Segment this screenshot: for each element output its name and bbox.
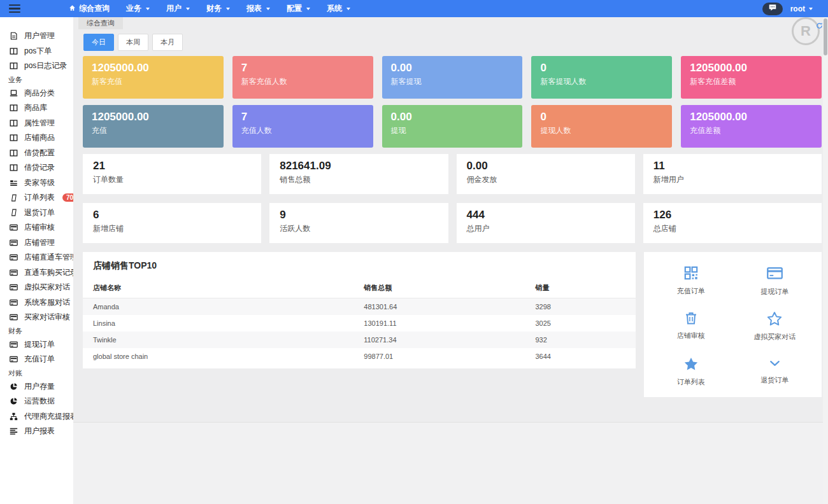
- sidebar-item-9[interactable]: 借贷记录: [0, 160, 73, 176]
- stat-card-row1-4[interactable]: 1205000.00 新客充值差额: [681, 56, 822, 99]
- tab-overview[interactable]: 综合查询: [78, 17, 123, 29]
- table-icon: [9, 134, 18, 142]
- stat-label: 新客充值: [92, 76, 215, 87]
- chat-icon[interactable]: [762, 3, 783, 15]
- sidebar-item-14[interactable]: 店铺管理: [0, 235, 73, 251]
- summary-card-row1-3[interactable]: 11 新增用户: [643, 154, 822, 194]
- table-row[interactable]: Twinkle110271.34932: [83, 332, 636, 348]
- stat-card-row2-3[interactable]: 0 提现人数: [531, 105, 672, 148]
- sidebar-item-2[interactable]: pos日志记录: [0, 59, 73, 74]
- sidebar-item-7[interactable]: 店铺商品: [0, 130, 73, 146]
- sidebar-item-6[interactable]: 属性管理: [0, 116, 73, 131]
- summary-card-row2-3[interactable]: 126 总店铺: [643, 203, 822, 243]
- sidebar-item-12[interactable]: 退货订单: [0, 206, 73, 221]
- shortcut-0[interactable]: 充值订单: [649, 265, 733, 297]
- sidebar-item-5[interactable]: 商品库: [0, 101, 73, 116]
- card-icon: [9, 253, 18, 262]
- sidebar-item-17[interactable]: 虚拟买家对话: [0, 280, 73, 295]
- nav-menu-5[interactable]: 系统: [327, 3, 350, 14]
- card-icon: [9, 283, 18, 291]
- sidebar-item-10[interactable]: 卖家等级: [0, 176, 73, 191]
- stat-card-row1-2[interactable]: 0.00 新客提现: [382, 56, 523, 99]
- sidebar-item-21[interactable]: 提现订单: [0, 337, 73, 353]
- sidebar-item-25[interactable]: 运营数据: [0, 394, 73, 409]
- sidebar-item-13[interactable]: 店铺审核: [0, 220, 73, 235]
- shortcut-3[interactable]: 虚拟买家对话: [733, 311, 817, 342]
- stat-card-row2-1[interactable]: 7 充值人数: [232, 105, 373, 148]
- table-icon: [9, 149, 18, 157]
- stat-label: 充值: [92, 125, 215, 136]
- table-row[interactable]: Linsina130191.113025: [83, 315, 636, 332]
- sidebar-item-16[interactable]: 直通车购买记录: [0, 265, 73, 281]
- sidebar-item-8[interactable]: 借贷配置: [0, 146, 73, 161]
- summary-label: 总用户: [467, 223, 625, 234]
- table-row[interactable]: Amanda481301.643298: [83, 298, 636, 315]
- summary-card-row2-0[interactable]: 6 新增店铺: [83, 203, 261, 243]
- summary-card-row1-2[interactable]: 0.00 佣金发放: [457, 154, 635, 194]
- time-filter-2[interactable]: 本月: [152, 34, 183, 51]
- summary-card-row1-0[interactable]: 21 订单数量: [83, 154, 261, 194]
- stat-card-row1-1[interactable]: 7 新客充值人数: [232, 56, 373, 99]
- sidebar-item-label: 用户报表: [24, 426, 55, 437]
- nav-home[interactable]: 综合查询: [69, 3, 110, 14]
- stat-value: 0.00: [391, 111, 514, 123]
- nav-menu-4[interactable]: 配置: [287, 3, 310, 14]
- card-big-icon: [766, 275, 783, 284]
- user-menu[interactable]: root: [790, 4, 813, 13]
- scrollbar-thumb[interactable]: [824, 18, 827, 55]
- stat-label: 充值人数: [241, 125, 364, 136]
- refresh-icon[interactable]: [816, 17, 823, 33]
- sidebar-item-4[interactable]: 商品分类: [0, 86, 73, 101]
- shortcut-4[interactable]: 订单列表: [649, 356, 733, 387]
- summary-value: 21: [93, 160, 251, 172]
- table-row[interactable]: global store chain99877.013644: [83, 348, 636, 365]
- nav-menu-2[interactable]: 财务: [206, 3, 230, 14]
- top-navbar: 综合查询业务用户财务报表配置系统 root: [0, 0, 828, 17]
- stat-value: 1205000.00: [92, 111, 215, 123]
- time-filter-1[interactable]: 本周: [118, 34, 148, 51]
- sidebar-item-22[interactable]: 充值订单: [0, 352, 73, 367]
- summary-card-row1-1[interactable]: 821641.09 销售总额: [269, 154, 448, 194]
- qr-icon: [683, 274, 699, 283]
- time-filter-0[interactable]: 今日: [83, 34, 114, 51]
- stat-label: 新客提现人数: [540, 76, 663, 87]
- sidebar-item-label: 退货订单: [24, 207, 55, 218]
- sidebar-item-1[interactable]: pos下单: [0, 44, 73, 59]
- hamburger-menu-icon[interactable]: [0, 0, 29, 17]
- sidebar-item-15[interactable]: 店铺直通车管理: [0, 250, 73, 265]
- chat-icon: [768, 3, 777, 14]
- stat-value: 7: [241, 62, 364, 74]
- summary-card-row2-2[interactable]: 444 总用户: [457, 203, 635, 243]
- shortcut-5[interactable]: 退货订单: [733, 356, 817, 387]
- nav-menu-3[interactable]: 报表: [246, 3, 270, 14]
- count-badge: 70: [62, 193, 73, 202]
- sidebar-item-24[interactable]: 用户存量: [0, 379, 73, 395]
- stat-card-row-2: 1205000.00 充值 7 充值人数 0.00 提现 0 提现人数 1205…: [83, 105, 822, 148]
- chevron-down-icon: [146, 8, 150, 10]
- sidebar-item-0[interactable]: 用户管理: [0, 29, 73, 44]
- stat-card-row1-0[interactable]: 1205000.00 新客充值: [83, 56, 224, 99]
- sidebar-item-label: 店铺审核: [24, 222, 55, 233]
- stat-card-row2-4[interactable]: 1205000.00 充值差额: [681, 105, 822, 148]
- sidebar-item-18[interactable]: 系统客服对话: [0, 295, 73, 311]
- nav-menu-1[interactable]: 用户: [166, 3, 190, 14]
- vertical-scrollbar[interactable]: [823, 17, 828, 504]
- summary-label: 活跃人数: [280, 223, 438, 234]
- sidebar-item-27[interactable]: 用户报表: [0, 424, 73, 439]
- sidebar-item-19[interactable]: 买家对话审核: [0, 310, 73, 325]
- card-icon: [9, 269, 18, 277]
- stat-card-row2-0[interactable]: 1205000.00 充值: [83, 105, 224, 148]
- stat-card-row2-2[interactable]: 0.00 提现: [382, 105, 523, 148]
- shortcut-2[interactable]: 店铺审核: [649, 311, 733, 342]
- nav-menu-0[interactable]: 业务: [126, 3, 150, 14]
- table-cell: 3025: [525, 315, 636, 332]
- bottom-panels: 店铺销售TOP10 店铺名称销售总额销量 Amanda481301.643298…: [83, 252, 822, 397]
- stat-value: 7: [241, 111, 364, 123]
- summary-label: 新增店铺: [93, 223, 251, 234]
- summary-card-row2-1[interactable]: 9 活跃人数: [269, 203, 448, 243]
- sidebar-item-11[interactable]: 订单列表70: [0, 190, 73, 206]
- sidebar-item-26[interactable]: 代理商充提报表: [0, 409, 73, 424]
- stat-card-row1-3[interactable]: 0 新客提现人数: [531, 56, 672, 99]
- shortcut-1[interactable]: 提现订单: [733, 265, 817, 297]
- sidebar-item-label: 卖家等级: [24, 178, 55, 188]
